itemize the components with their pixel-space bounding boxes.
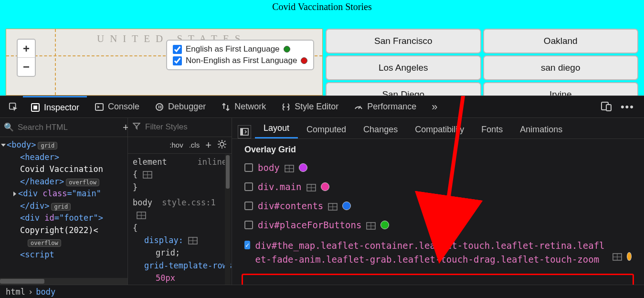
more-menu-icon[interactable]: •••	[621, 101, 634, 113]
grid-overlay-checkbox[interactable]	[244, 182, 253, 191]
map-container[interactable]: UNITED STATES + − English as First Langu…	[6, 29, 323, 96]
search-html-input[interactable]	[18, 123, 119, 132]
overlay-grid-heading: Overlay Grid	[244, 145, 632, 155]
tab-network[interactable]: Network	[213, 96, 274, 117]
tab-label: Performance	[367, 102, 416, 112]
zoom-out-button[interactable]: −	[18, 58, 35, 76]
page-header: Covid Vaccination Stories	[0, 0, 644, 29]
grid-chip-icon[interactable]	[328, 202, 338, 210]
layout-tabbar: Layout Computed Changes Compatibility Fo…	[232, 118, 644, 139]
grid-overlay-checkbox[interactable]	[244, 221, 253, 229]
grid-overlay-checkbox[interactable]	[244, 163, 253, 172]
breadcrumb-item[interactable]: body	[36, 287, 55, 297]
tabs-overflow-button[interactable]: »	[424, 96, 445, 117]
legend-checkbox-english[interactable]	[173, 45, 182, 54]
styles-rules[interactable]: elementinline { } body style.css:1 { dis…	[128, 154, 232, 285]
legend-item: Non-English as First Language	[173, 55, 307, 66]
layout-panel: Layout Computed Changes Compatibility Fo…	[232, 118, 644, 285]
subtab-changes[interactable]: Changes	[355, 120, 406, 138]
grid-overlay-selector[interactable]: div#the_map.leaflet-container.leaflet-to…	[255, 239, 607, 267]
breadcrumb-item[interactable]: html	[6, 287, 25, 297]
tab-label: Network	[234, 102, 266, 112]
chevron-right-icon: ›	[28, 287, 33, 297]
map-legend: English as First Language Non-English as…	[166, 40, 314, 70]
legend-label: English as First Language	[186, 44, 280, 54]
sidebar-toggle-icon[interactable]	[238, 125, 251, 138]
tab-performance[interactable]: Performance	[346, 96, 424, 117]
city-button[interactable]: Los Angeles	[326, 55, 481, 80]
search-icon: 🔍	[4, 122, 14, 132]
grid-chip-icon[interactable]	[306, 183, 316, 191]
city-buttons: San Francisco Oakland Los Angeles san di…	[323, 29, 638, 96]
grid-chip-icon[interactable]	[143, 171, 152, 179]
dom-tree[interactable]: <body>grid <header> Covid Vaccination </…	[0, 137, 127, 278]
svg-rect-6	[160, 106, 161, 108]
overlay-grid-row: div#placeForButtons	[244, 220, 632, 230]
grid-overlay-checkbox[interactable]	[244, 202, 253, 210]
tab-label: Debugger	[168, 102, 206, 112]
color-swatch[interactable]	[380, 221, 389, 229]
pick-element-button[interactable]	[4, 96, 23, 117]
tab-label: Style Editor	[295, 102, 338, 112]
legend-checkbox-nonenglish[interactable]	[173, 56, 182, 65]
subtab-animations[interactable]: Animations	[511, 120, 571, 138]
color-swatch[interactable]	[299, 163, 307, 172]
tab-console[interactable]: Console	[87, 96, 147, 117]
filter-icon	[133, 122, 140, 132]
tab-style-editor[interactable]: Style Editor	[274, 96, 346, 117]
dot-green-icon	[284, 46, 290, 53]
grid-overlay-selector[interactable]: div#contents	[258, 201, 323, 211]
devtools-tabbar: Inspector Console Debugger Network Style…	[0, 96, 644, 118]
add-rule-button[interactable]: +	[205, 139, 211, 151]
hov-toggle[interactable]: :hov	[169, 141, 183, 149]
grid-overlay-selector[interactable]: div#placeForButtons	[258, 220, 361, 230]
svg-line-16	[224, 147, 225, 148]
filter-styles-input[interactable]	[145, 122, 202, 132]
tab-label: Inspector	[44, 103, 79, 113]
svg-point-10	[220, 142, 224, 146]
subtab-layout[interactable]: Layout	[255, 118, 298, 138]
svg-line-17	[224, 141, 225, 142]
grid-chip-icon[interactable]	[137, 212, 146, 219]
grid-chip-icon[interactable]	[612, 252, 622, 260]
city-button[interactable]: san diego	[483, 55, 639, 80]
page-content: UNITED STATES + − English as First Langu…	[0, 29, 644, 96]
dot-red-icon	[301, 57, 307, 64]
devtools: Inspector Console Debugger Network Style…	[0, 96, 644, 298]
tab-inspector[interactable]: Inspector	[23, 96, 87, 117]
light-dark-icon[interactable]	[217, 139, 227, 150]
zoom-control: + −	[17, 39, 36, 77]
tab-label: Console	[108, 102, 139, 112]
grid-overlay-checkbox[interactable]	[244, 241, 250, 249]
cls-toggle[interactable]: .cls	[189, 141, 200, 149]
tab-debugger[interactable]: Debugger	[147, 96, 213, 117]
grid-overlay-selector[interactable]: body	[258, 162, 280, 173]
styles-subtoolbar: :hov .cls +	[128, 137, 232, 154]
grid-overlay-selector[interactable]: div.main	[258, 181, 302, 192]
grid-chip-icon[interactable]	[285, 164, 294, 171]
styles-v-scrollbar[interactable]	[225, 154, 231, 285]
color-swatch[interactable]	[321, 182, 329, 191]
color-swatch[interactable]	[342, 202, 351, 210]
breadcrumb[interactable]: html › body	[0, 285, 644, 298]
overlay-grid-row: div#contents	[244, 201, 632, 211]
color-swatch[interactable]	[627, 252, 632, 261]
responsive-mode-icon[interactable]	[601, 101, 612, 113]
subtab-fonts[interactable]: Fonts	[473, 120, 511, 138]
city-button[interactable]: Oakland	[483, 29, 639, 53]
dom-toolbar: 🔍 +	[0, 118, 127, 137]
overlay-grid-row: div#the_map.leaflet-container.leaflet-to…	[244, 239, 632, 267]
dom-h-scrollbar[interactable]	[0, 278, 127, 285]
city-button[interactable]: San Francisco	[326, 29, 481, 53]
subtab-compatibility[interactable]: Compatibility	[406, 120, 473, 138]
grid-chip-icon[interactable]	[188, 237, 198, 245]
legend-label: Non-English as First Language	[186, 56, 297, 65]
zoom-in-button[interactable]: +	[18, 40, 35, 58]
grid-chip-icon[interactable]	[366, 221, 376, 229]
page-title: Covid Vaccination Stories	[0, 0, 644, 12]
svg-rect-2	[33, 106, 37, 109]
overlay-grid-row: div.main	[244, 181, 632, 192]
svg-rect-9	[606, 105, 611, 111]
svg-line-18	[219, 147, 220, 148]
subtab-computed[interactable]: Computed	[298, 120, 355, 138]
